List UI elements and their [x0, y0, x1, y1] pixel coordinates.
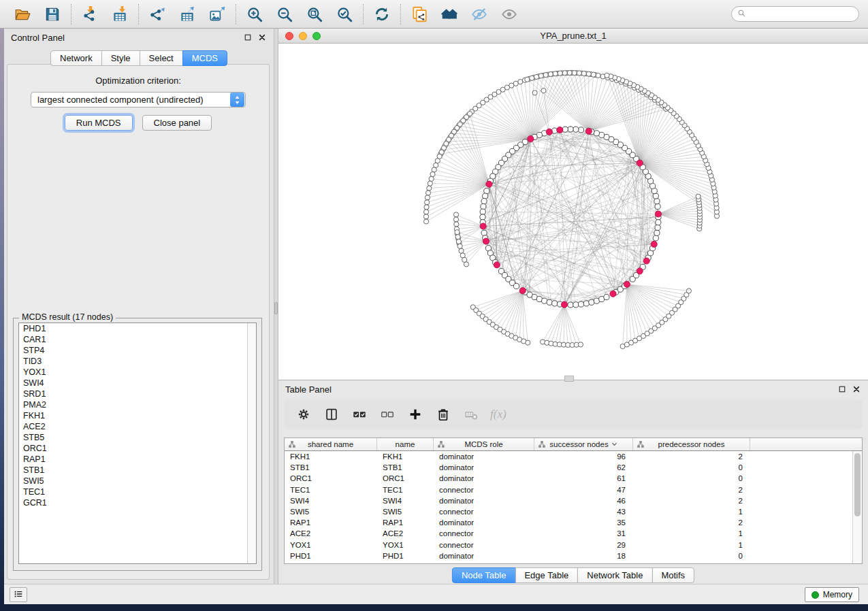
table-cell[interactable]: dominator	[434, 517, 534, 528]
network-node[interactable]	[481, 203, 486, 209]
table-cell[interactable]: 1	[633, 506, 750, 517]
table-row[interactable]: FKH1FKH1dominator962	[285, 451, 852, 462]
horizontal-splitter-handle[interactable]	[564, 376, 574, 382]
table-row[interactable]: ORC1ORC1dominator610	[285, 473, 852, 484]
network-leaf-node[interactable]	[453, 217, 458, 222]
import-network-button[interactable]	[77, 3, 103, 26]
table-cell[interactable]: 96	[534, 451, 633, 462]
network-leaf-node[interactable]	[425, 195, 430, 200]
network-leaf-node[interactable]	[455, 230, 460, 235]
run-mcds-button[interactable]: Run MCDS	[65, 115, 133, 131]
export-network-button[interactable]	[144, 3, 170, 26]
network-node[interactable]	[583, 301, 589, 306]
table-cell[interactable]: dominator	[434, 451, 534, 462]
tab-node-table[interactable]: Node Table	[452, 567, 516, 583]
network-node[interactable]	[483, 193, 488, 199]
network-node[interactable]	[578, 127, 583, 133]
mcds-result-item[interactable]: PHD1	[19, 323, 256, 334]
network-leaf-node[interactable]	[686, 288, 691, 293]
column-header-predecessor-nodes[interactable]: predecessor nodes	[633, 438, 750, 450]
network-node[interactable]	[542, 298, 547, 303]
delete-column-button[interactable]	[434, 406, 452, 423]
network-node[interactable]	[578, 301, 583, 307]
table-cell[interactable]: 2	[633, 495, 750, 506]
mcds-hub-node[interactable]	[637, 160, 643, 166]
network-leaf-node[interactable]	[696, 194, 701, 199]
close-icon[interactable]	[257, 33, 267, 42]
mcds-hub-node[interactable]	[585, 128, 592, 134]
mcds-hub-node[interactable]	[561, 301, 567, 308]
network-node[interactable]	[481, 230, 487, 235]
split-view-button[interactable]	[323, 406, 340, 423]
mcds-hub-node[interactable]	[480, 223, 486, 229]
close-window-icon[interactable]	[285, 32, 293, 40]
table-row[interactable]: TEC1TEC1connector472	[285, 484, 852, 495]
table-cell[interactable]: STB1	[285, 462, 377, 473]
table-cell[interactable]: ACE2	[285, 528, 377, 539]
table-cell[interactable]: RAP1	[377, 517, 434, 528]
network-leaf-node[interactable]	[543, 73, 548, 78]
network-graph[interactable]	[278, 44, 868, 380]
refresh-button[interactable]	[369, 3, 395, 26]
mcds-result-item[interactable]: SWI4	[19, 378, 256, 389]
table-cell[interactable]: ORC1	[377, 473, 434, 484]
network-leaf-node[interactable]	[427, 186, 432, 191]
table-cell[interactable]: dominator	[434, 495, 534, 506]
network-leaf-node[interactable]	[435, 159, 440, 163]
show-all-button[interactable]	[496, 3, 522, 26]
float-window-icon[interactable]	[243, 33, 253, 42]
network-leaf-node[interactable]	[518, 80, 523, 84]
table-cell[interactable]: SWI5	[377, 506, 434, 517]
table-cell[interactable]: 0	[633, 462, 750, 473]
network-leaf-node[interactable]	[429, 176, 434, 181]
settings-button[interactable]	[295, 406, 312, 423]
add-column-button[interactable]	[406, 406, 424, 423]
table-cell[interactable]: 31	[534, 528, 633, 539]
network-node[interactable]	[484, 188, 489, 194]
select-all-button[interactable]	[351, 406, 368, 423]
network-leaf-node[interactable]	[464, 262, 468, 267]
network-leaf-node[interactable]	[428, 181, 432, 186]
table-cell[interactable]: 29	[534, 540, 633, 550]
network-node[interactable]	[562, 127, 568, 132]
mcds-result-item[interactable]: STB1	[19, 465, 256, 476]
network-node[interactable]	[552, 301, 558, 306]
open-file-button[interactable]	[10, 3, 35, 26]
network-leaf-node[interactable]	[596, 73, 600, 78]
table-cell[interactable]: ACE2	[377, 528, 434, 539]
tab-mcds[interactable]: MCDS	[182, 50, 227, 66]
mcds-hub-node[interactable]	[519, 288, 526, 294]
network-leaf-node[interactable]	[457, 244, 462, 248]
network-leaf-node[interactable]	[581, 71, 586, 76]
mcds-result-item[interactable]: ACE2	[19, 421, 256, 432]
network-leaf-node[interactable]	[591, 72, 596, 77]
mcds-result-item[interactable]: TEC1	[19, 486, 256, 497]
mcds-hub-node[interactable]	[651, 241, 657, 247]
table-row[interactable]: SWI4SWI4dominator462	[285, 495, 852, 506]
table-row[interactable]: SWI5SWI5connector431	[285, 506, 852, 517]
table-row[interactable]: PHD1PHD1dominator180	[285, 550, 852, 561]
network-leaf-node[interactable]	[532, 90, 537, 95]
table-cell[interactable]: connector	[434, 484, 534, 495]
table-cell[interactable]: TEC1	[377, 484, 434, 495]
network-leaf-node[interactable]	[424, 219, 429, 224]
mcds-hub-node[interactable]	[655, 211, 661, 217]
mcds-result-item[interactable]: CAR1	[19, 334, 256, 345]
network-leaf-node[interactable]	[530, 76, 534, 80]
import-table-button[interactable]	[107, 3, 133, 26]
column-header-shared-name[interactable]: shared name	[285, 438, 377, 450]
network-node[interactable]	[654, 230, 660, 235]
mcds-result-item[interactable]: STB5	[19, 432, 256, 443]
network-leaf-node[interactable]	[424, 205, 429, 210]
float-window-icon[interactable]	[837, 384, 847, 394]
search-input[interactable]	[750, 10, 852, 19]
network-leaf-node[interactable]	[553, 71, 558, 76]
network-leaf-node[interactable]	[562, 71, 567, 76]
table-cell[interactable]: 43	[534, 506, 633, 517]
table-cell[interactable]: TEC1	[285, 484, 377, 495]
mcds-hub-node[interactable]	[486, 181, 492, 187]
network-node[interactable]	[568, 127, 573, 132]
network-leaf-node[interactable]	[432, 167, 436, 172]
mcds-result-item[interactable]: YOX1	[19, 367, 256, 378]
table-scrollbar-thumb[interactable]	[854, 453, 861, 516]
